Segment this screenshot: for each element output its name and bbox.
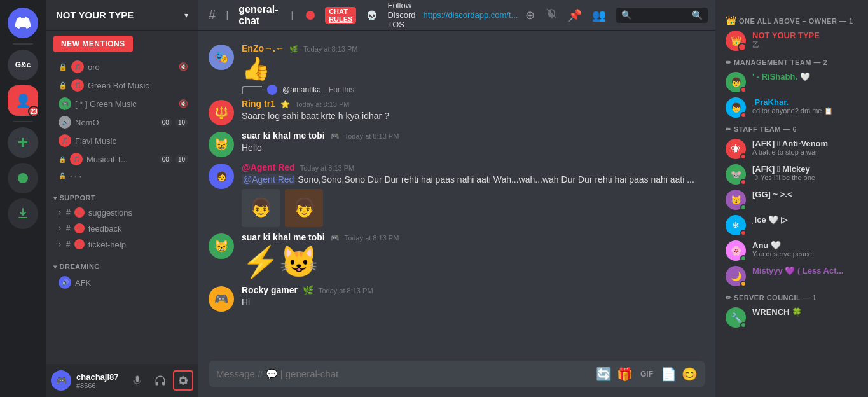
member-item[interactable]: 😺 [GG] ~ >.< [720, 187, 863, 212]
search-icon: 🔍 [692, 10, 703, 20]
channel-icon: 🎵 [71, 60, 84, 73]
message-text: Hi [242, 296, 705, 309]
channel-item-feedback[interactable]: › # ! feedback [51, 221, 193, 236]
member-name: ' - RiShabh. 🤍 [752, 72, 858, 81]
member-name: [AFK] ᪶ Mickey [752, 164, 858, 174]
chat-rules-link[interactable]: CHAT RULES [325, 7, 356, 24]
channel-badges-2: 00 10 [159, 155, 188, 164]
server-icon-discord[interactable] [8, 8, 38, 38]
status-indicator [740, 87, 747, 93]
cycle-icon[interactable]: 🔄 [596, 366, 612, 382]
channel-item-ticket-help[interactable]: › # ! ticket-help [51, 237, 193, 252]
nit-badge-2: 🎮 [330, 233, 340, 242]
mute-channel-icon[interactable] [545, 7, 558, 23]
message-item: 🎭 EnZo→.← 🌿 Today at 8:13 PM 👍 [198, 41, 715, 85]
server-icon-download[interactable] [8, 198, 38, 229]
server-header[interactable]: NOT YOUR TYPE ▾ [46, 0, 198, 31]
message-sticker: ⚡😺 [242, 244, 705, 281]
gif-button[interactable]: GIF [638, 368, 656, 380]
user-avatar: 🎮 [51, 370, 71, 391]
message-input[interactable] [216, 361, 591, 387]
channel-item-green-music[interactable]: 🎮 [ * ] Green Music 🔇 [51, 95, 193, 113]
status-indicator [740, 179, 747, 185]
emoji-button[interactable]: 😊 [682, 366, 698, 382]
channel-item-green-bot-music[interactable]: 🔒 🎵 Green Bot Music [51, 76, 193, 94]
category-collapse-icon: ▾ [53, 195, 57, 202]
channel-name: NemO [75, 118, 155, 127]
deafen-button[interactable] [150, 370, 170, 391]
message-item: 😸 suar ki khal me tobi 🎮 Today at 8:13 P… [198, 230, 715, 283]
member-info: Mistyyy 💜 ( Less Act... [752, 266, 858, 275]
member-item[interactable]: 🔧 WRENCH 🍀 [720, 305, 863, 330]
server-icon-red[interactable]: 👤 23 [8, 85, 38, 116]
pin-icon[interactable]: 📌 [568, 8, 582, 22]
member-status-text: 乙 [752, 40, 858, 50]
channel-item-afk[interactable]: 🔊 AFK [51, 274, 193, 291]
message-content: @Agent Red Today at 8:13 PM @Agent Red S… [242, 162, 705, 227]
member-item[interactable]: 🕷 [AFK] ᪶ Anti-Venom A battle to stop a … [720, 136, 863, 162]
server-icon-gnc[interactable]: G&c [8, 50, 38, 80]
new-mentions-button[interactable]: NEW MENTIONS [53, 36, 133, 52]
expand-icon: › [59, 240, 61, 249]
message-images: 👦 👦 [242, 189, 705, 227]
star-icon: ⭐ [280, 100, 290, 109]
badge-00-2: 00 [159, 155, 172, 164]
members-icon[interactable]: 👥 [592, 8, 606, 22]
channel-item-flavi[interactable]: 🎵 Flavi Music [51, 132, 193, 150]
member-status-text: You deserve peace. [752, 250, 858, 258]
separator: | [223, 10, 231, 21]
category-label-2: DREAMING [60, 263, 100, 270]
header-actions: ⊕ 📌 👥 🔍 🖥 ? [525, 7, 715, 23]
message-item: 🧑 @Agent Red Today at 8:13 PM @Agent Red… [198, 160, 715, 230]
member-status-text: ☽ Yes I'll be the one [752, 174, 858, 182]
expand-icon: › [59, 208, 61, 217]
server-icon-add[interactable]: + [8, 127, 38, 158]
members-sidebar: 👑 ONE ALL ABOVE – OWNER — 1 👑 NOT YOUR T… [715, 0, 868, 397]
member-item[interactable]: 👑 NOT YOUR TYPE 乙 [720, 28, 863, 53]
channel-item-dots[interactable]: 🔒 · · · [51, 169, 193, 183]
message-text: Hello [242, 142, 705, 155]
status-indicator [740, 112, 747, 118]
message-timestamp: Today at 8:13 PM [319, 287, 373, 295]
gift-icon[interactable]: 🎁 [617, 366, 633, 382]
channel-header: # | general-chat | CHAT RULES 💀 Follow D… [198, 0, 715, 31]
user-area: 🎮 chachaji87 #8666 [46, 364, 198, 397]
member-name: [AFK] ᪶ Anti-Venom [752, 139, 858, 148]
category-support[interactable]: ▾ SUPPORT [46, 184, 198, 204]
search-bar[interactable]: 🔍 [616, 8, 708, 23]
notification-badge: 23 [28, 106, 39, 117]
member-item[interactable]: 🐭 [AFK] ᪶ Mickey ☽ Yes I'll be the one [720, 162, 863, 187]
channel-item-nemo[interactable]: 🔊 NemO 00 10 [51, 113, 193, 131]
user-actions [127, 370, 193, 391]
sticker-icon[interactable]: 📄 [661, 366, 677, 382]
member-item[interactable]: 🌸 Anu 🤍 You deserve peace. [720, 238, 863, 263]
member-item[interactable]: 👦 ' - RiShabh. 🤍 [720, 69, 863, 95]
search-input[interactable] [621, 10, 688, 20]
message-timestamp: Today at 8:13 PM [295, 101, 350, 108]
settings-button[interactable] [173, 370, 193, 391]
channel-icon: 🔊 [59, 276, 71, 289]
message-timestamp: Today at 8:13 PM [303, 45, 358, 53]
channel-item-suggestions[interactable]: › # ! suggestions [51, 205, 193, 220]
channel-name: Green Bot Music [88, 81, 188, 90]
channel-item-musical[interactable]: 🔒 🎵 Musical T... 00 10 [51, 150, 193, 168]
message-text: @Agent Red Sono,Sono,Sono Dur Dur rehti … [242, 174, 705, 186]
lock-icon: 🔒 [59, 156, 66, 163]
server-icon-green[interactable] [8, 163, 38, 193]
message-input-area: 🔄 🎁 GIF 📄 😊 [198, 361, 715, 397]
category-dreaming[interactable]: ▾ DREAMING [46, 253, 198, 273]
member-item[interactable]: 👦 ᪶ PraKhar. editor anyone? dm me 📋 [720, 95, 863, 120]
member-name: NOT YOUR TYPE [752, 31, 858, 40]
status-indicator [740, 255, 747, 261]
discord-link[interactable]: https://discordapp.com/t... [424, 10, 518, 20]
member-item[interactable]: ❄ ᪶ Ice 🤍 ▷ [720, 212, 863, 238]
message-header: suar ki khal me tobi 🎮 Today at 8:13 PM [242, 130, 705, 141]
member-item[interactable]: 🌙 Mistyyy 💜 ( Less Act... [720, 263, 863, 289]
add-members-icon[interactable]: ⊕ [525, 8, 535, 22]
channel-icon: 🎵 [59, 134, 71, 147]
channel-item-oro[interactable]: 🔒 🎵 oro 🔇 [51, 58, 193, 76]
badge-00: 00 [159, 118, 172, 127]
mute-button[interactable] [127, 370, 148, 391]
message-item: 🎮 Rocky gamer 🌿 Today at 8:13 PM Hi [198, 282, 715, 314]
message-avatar: 🧑 [209, 164, 234, 189]
